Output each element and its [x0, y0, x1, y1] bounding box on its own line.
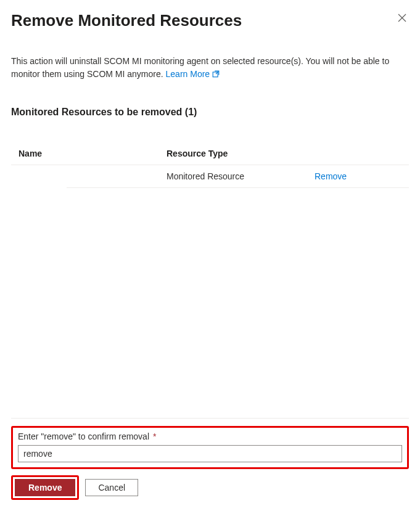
cancel-button[interactable]: Cancel [85, 479, 138, 496]
cell-type: Monitored Resource [167, 171, 315, 181]
row-remove-link[interactable]: Remove [315, 171, 347, 181]
col-header-name: Name [19, 149, 167, 158]
dialog-description: This action will uninstall SCOM MI monit… [11, 55, 409, 82]
remove-button[interactable]: Remove [15, 479, 75, 496]
table-row: Monitored Resource Remove [67, 165, 409, 188]
close-button[interactable] [395, 11, 409, 27]
required-asterisk: * [150, 431, 156, 441]
confirm-section: Enter "remove" to confirm removal * [11, 426, 409, 469]
svg-line-3 [216, 72, 218, 74]
learn-more-link[interactable]: Learn More [166, 69, 221, 79]
external-link-icon [212, 69, 220, 82]
close-icon [398, 14, 406, 24]
table-header: Name Resource Type [11, 136, 409, 165]
col-header-type: Resource Type [167, 149, 315, 158]
confirm-label: Enter "remove" to confirm removal * [18, 431, 402, 441]
resources-heading: Monitored Resources to be removed (1) [11, 107, 409, 118]
primary-button-highlight: Remove [11, 475, 79, 500]
dialog-title: Remove Monitored Resources [11, 11, 242, 30]
confirm-input[interactable] [18, 445, 402, 462]
